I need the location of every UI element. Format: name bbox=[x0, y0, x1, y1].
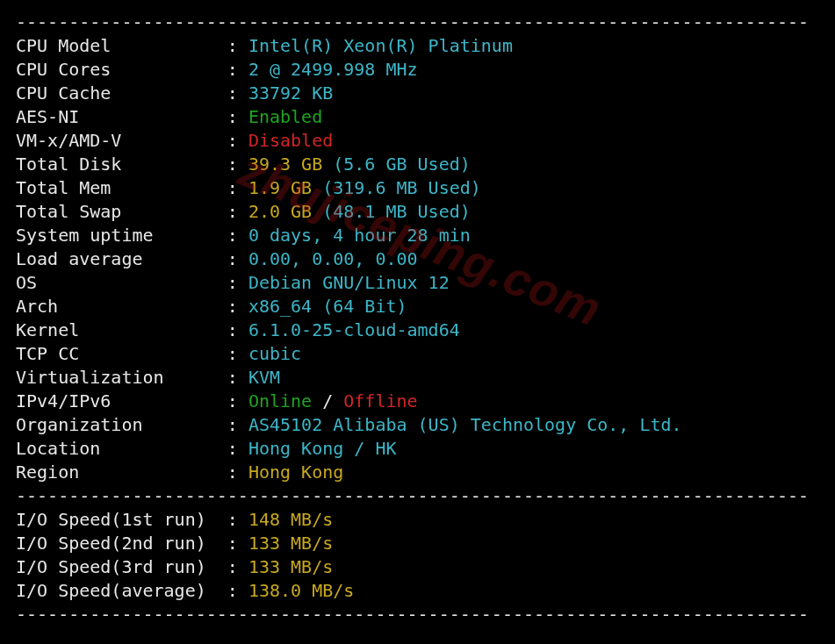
label: I/O Speed(average) bbox=[16, 580, 217, 601]
slash: / bbox=[312, 390, 343, 411]
label: CPU Model bbox=[16, 35, 217, 56]
label: OS bbox=[16, 272, 217, 293]
label: Arch bbox=[16, 296, 217, 317]
separator: : bbox=[217, 580, 248, 601]
label: CPU Cache bbox=[16, 82, 217, 104]
label: System uptime bbox=[16, 225, 217, 246]
separator: : bbox=[217, 343, 248, 364]
row-io-avg: I/O Speed(average) : 138.0 MB/s bbox=[16, 579, 819, 603]
value-cpu-cache: 33792 KB bbox=[248, 82, 333, 104]
label: Total Disk bbox=[16, 154, 217, 175]
value-uptime: 0 days, 4 hour 28 min bbox=[248, 225, 471, 246]
row-cpu-cores: CPU Cores : 2 @ 2499.998 MHz bbox=[16, 58, 819, 82]
row-vmx: VM-x/AMD-V : Disabled bbox=[16, 129, 819, 153]
value-aes-ni: Enabled bbox=[248, 106, 322, 127]
value-virtualization: KVM bbox=[248, 367, 280, 388]
value-mem-used: (319.6 MB Used) bbox=[312, 177, 481, 198]
separator: : bbox=[217, 177, 248, 198]
value-io-1: 148 MB/s bbox=[248, 509, 333, 530]
row-aes-ni: AES-NI : Enabled bbox=[16, 105, 819, 129]
row-region: Region : Hong Kong bbox=[16, 461, 819, 484]
separator: : bbox=[217, 533, 248, 554]
value-ipv6: Offline bbox=[343, 390, 417, 411]
separator: : bbox=[217, 248, 248, 269]
separator: : bbox=[217, 272, 248, 293]
row-virtualization: Virtualization : KVM bbox=[16, 366, 819, 390]
separator: : bbox=[217, 556, 248, 577]
separator: : bbox=[217, 319, 248, 340]
separator: : bbox=[217, 438, 248, 459]
divider-mid: ----------------------------------------… bbox=[16, 484, 819, 508]
value-arch: x86_64 (64 Bit) bbox=[248, 296, 407, 317]
label: Total Mem bbox=[16, 177, 217, 198]
separator: : bbox=[217, 367, 248, 388]
terminal-output: ----------------------------------------… bbox=[0, 0, 835, 644]
label: CPU Cores bbox=[16, 59, 217, 80]
row-load: Load average : 0.00, 0.00, 0.00 bbox=[16, 247, 819, 271]
value-location: Hong Kong / HK bbox=[248, 438, 397, 459]
label: Kernel bbox=[16, 319, 217, 340]
value-organization: AS45102 Alibaba (US) Technology Co., Ltd… bbox=[248, 414, 682, 435]
value-region: Hong Kong bbox=[248, 462, 343, 483]
value-disk-used: (5.6 GB Used) bbox=[322, 154, 471, 175]
value-disk-size: 39.3 GB bbox=[248, 154, 322, 175]
separator: : bbox=[217, 35, 248, 56]
separator: : bbox=[217, 462, 248, 483]
separator: : bbox=[217, 414, 248, 435]
separator: : bbox=[217, 509, 248, 530]
separator: : bbox=[217, 82, 248, 104]
separator: : bbox=[217, 130, 248, 151]
label: Virtualization bbox=[16, 367, 217, 388]
value-swap-used: (48.1 MB Used) bbox=[312, 201, 471, 222]
row-os: OS : Debian GNU/Linux 12 bbox=[16, 271, 819, 295]
row-cpu-model: CPU Model : Intel(R) Xeon(R) Platinum bbox=[16, 34, 819, 58]
row-total-swap: Total Swap : 2.0 GB (48.1 MB Used) bbox=[16, 200, 819, 224]
value-io-avg: 138.0 MB/s bbox=[248, 580, 354, 601]
separator: : bbox=[217, 59, 248, 80]
value-mem-size: 1.9 GB bbox=[248, 177, 312, 198]
label: VM-x/AMD-V bbox=[16, 130, 217, 151]
row-arch: Arch : x86_64 (64 Bit) bbox=[16, 295, 819, 318]
label: Region bbox=[16, 462, 217, 483]
divider-bottom: ----------------------------------------… bbox=[16, 603, 819, 626]
value-io-2: 133 MB/s bbox=[248, 533, 333, 554]
label: I/O Speed(1st run) bbox=[16, 509, 217, 530]
row-organization: Organization : AS45102 Alibaba (US) Tech… bbox=[16, 413, 819, 437]
label: Load average bbox=[16, 248, 217, 269]
row-io-2: I/O Speed(2nd run) : 133 MB/s bbox=[16, 532, 819, 555]
row-io-1: I/O Speed(1st run) : 148 MB/s bbox=[16, 508, 819, 532]
separator: : bbox=[217, 225, 248, 246]
label: AES-NI bbox=[16, 106, 217, 127]
row-uptime: System uptime : 0 days, 4 hour 28 min bbox=[16, 224, 819, 247]
separator: : bbox=[217, 106, 248, 127]
row-location: Location : Hong Kong / HK bbox=[16, 437, 819, 461]
divider-top: ----------------------------------------… bbox=[16, 11, 819, 34]
row-io-3: I/O Speed(3rd run) : 133 MB/s bbox=[16, 555, 819, 579]
value-ipv4: Online bbox=[248, 390, 312, 411]
row-tcp-cc: TCP CC : cubic bbox=[16, 342, 819, 366]
label: IPv4/IPv6 bbox=[16, 390, 217, 411]
row-total-mem: Total Mem : 1.9 GB (319.6 MB Used) bbox=[16, 176, 819, 200]
value-load: 0.00, 0.00, 0.00 bbox=[248, 248, 418, 269]
label: Organization bbox=[16, 414, 217, 435]
row-cpu-cache: CPU Cache : 33792 KB bbox=[16, 82, 819, 105]
row-total-disk: Total Disk : 39.3 GB (5.6 GB Used) bbox=[16, 153, 819, 176]
label: Total Swap bbox=[16, 201, 217, 222]
value-kernel: 6.1.0-25-cloud-amd64 bbox=[248, 319, 460, 340]
value-vmx: Disabled bbox=[248, 130, 333, 151]
value-cpu-cores: 2 @ 2499.998 MHz bbox=[248, 59, 418, 80]
label: TCP CC bbox=[16, 343, 217, 364]
value-tcp-cc: cubic bbox=[248, 343, 301, 364]
value-swap-size: 2.0 GB bbox=[248, 201, 312, 222]
label: Location bbox=[16, 438, 217, 459]
row-kernel: Kernel : 6.1.0-25-cloud-amd64 bbox=[16, 318, 819, 342]
row-ipstack: IPv4/IPv6 : Online / Offline bbox=[16, 390, 819, 413]
value-cpu-model: Intel(R) Xeon(R) Platinum bbox=[248, 35, 513, 56]
separator: : bbox=[217, 296, 248, 317]
separator: : bbox=[217, 154, 248, 175]
separator: : bbox=[217, 390, 248, 411]
value-os: Debian GNU/Linux 12 bbox=[248, 272, 450, 293]
value-io-3: 133 MB/s bbox=[248, 556, 333, 577]
label: I/O Speed(3rd run) bbox=[16, 556, 217, 577]
separator: : bbox=[217, 201, 248, 222]
